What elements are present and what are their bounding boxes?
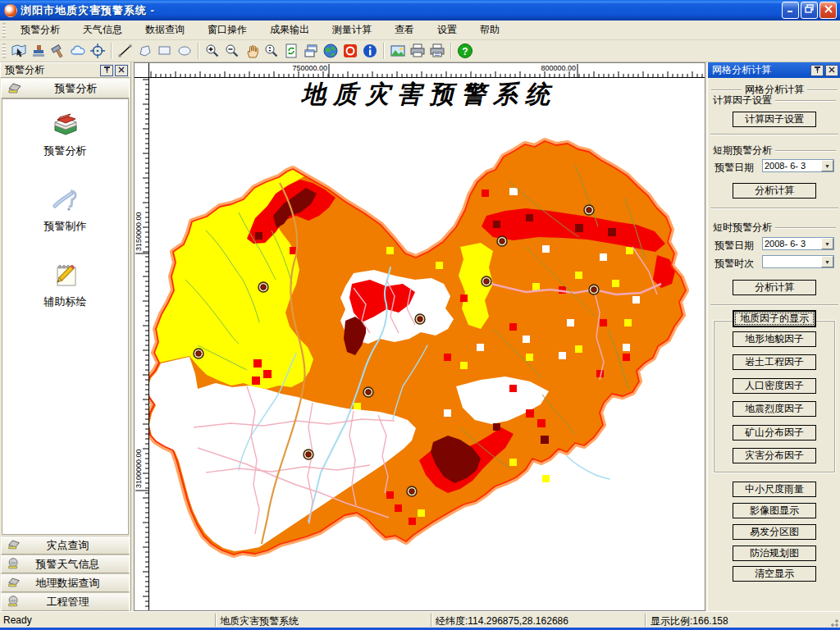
warning-produce-tool-icon <box>50 185 81 214</box>
left-panel-close-button[interactable] <box>115 65 128 76</box>
draw-polygon-icon[interactable] <box>135 41 155 61</box>
resize-grip[interactable] <box>829 617 838 627</box>
auxiliary-plot-notepad-icon <box>50 260 81 290</box>
toolbar: ? <box>0 40 840 62</box>
crosshair-icon[interactable] <box>88 41 107 61</box>
tool-warning-analysis[interactable]: 预警分析 <box>2 111 128 158</box>
close-button[interactable] <box>819 2 837 19</box>
svg-text:800000.00: 800000.00 <box>541 64 576 72</box>
image-display-button[interactable]: 影像图显示 <box>733 503 816 518</box>
geotech-factor-button[interactable]: 岩土工程因子 <box>733 354 816 370</box>
legend-short-time: 短时预警分析 <box>713 221 836 235</box>
short-time-period-combo[interactable]: ▼ <box>762 255 834 268</box>
menu-weather-info[interactable]: 天气信息 <box>71 21 134 39</box>
chevron-down-icon[interactable]: ▼ <box>821 256 833 267</box>
svg-text:3150000.00: 3150000.00 <box>135 212 143 251</box>
svg-text:?: ? <box>462 46 468 57</box>
chevron-down-icon[interactable]: ▼ <box>821 238 833 249</box>
toolbar-grip[interactable] <box>2 43 6 58</box>
seismic-factor-button[interactable]: 地震烈度因子 <box>733 401 816 417</box>
pan-hand-icon[interactable] <box>242 41 262 61</box>
stop-icon[interactable] <box>340 41 360 61</box>
draw-rectangle-icon[interactable] <box>155 41 175 61</box>
cascade-windows-icon[interactable] <box>301 41 321 61</box>
draw-ellipse-icon[interactable] <box>175 41 194 61</box>
print-preview-icon[interactable] <box>427 41 447 61</box>
info-icon[interactable] <box>360 41 380 61</box>
right-panel-pin-button[interactable] <box>810 65 824 76</box>
restore-button[interactable] <box>801 2 818 19</box>
warning-analysis-header-bar[interactable]: 预警分析 <box>1 79 130 98</box>
status-coordinates: 经纬度:114.296875,28.162686 <box>436 614 568 628</box>
warning-analysis-panel: 预警分析 预警分析 预警分析 预警制作 <box>0 62 131 611</box>
right-panel-titlebar: 网格分析计算 <box>708 62 840 78</box>
window-title: 浏阳市地质灾害预警系统 - <box>21 3 155 18</box>
minimize-button[interactable] <box>782 2 799 19</box>
map-select-icon[interactable] <box>9 41 29 61</box>
disaster-factor-button[interactable]: 灾害分布因子 <box>733 448 816 463</box>
menu-window-ops[interactable]: 窗口操作 <box>196 21 258 39</box>
mine-factor-button[interactable]: 矿山分布因子 <box>733 425 816 441</box>
right-panel-title: 网格分析计算 <box>712 63 809 77</box>
bar-geographic-data-query[interactable]: 地理数据查询 <box>1 573 130 592</box>
susceptibility-zone-button[interactable]: 易发分区图 <box>733 524 816 540</box>
svg-text:750000.00: 750000.00 <box>292 64 327 72</box>
tool-warning-produce[interactable]: 预警制作 <box>2 185 128 234</box>
zoom-in-icon[interactable] <box>203 41 222 61</box>
menu-warning-analysis[interactable]: 预警分析 <box>9 21 71 39</box>
print-icon[interactable] <box>408 41 427 61</box>
tool-auxiliary-plot[interactable]: 辅助标绘 <box>2 260 128 309</box>
menu-settings[interactable]: 设置 <box>426 21 468 39</box>
scanner-icon <box>7 538 21 553</box>
globe-icon[interactable] <box>321 41 340 61</box>
bar-label: 灾点查询 <box>21 538 114 553</box>
help-icon[interactable]: ? <box>455 41 475 61</box>
menu-help[interactable]: 帮助 <box>468 21 511 39</box>
map-title: 地质灾害预警系统 <box>300 80 557 107</box>
toolbar-separator <box>111 43 112 59</box>
ruler-horizontal: 750000.00800000.00 <box>149 63 705 78</box>
legend-image-icon[interactable] <box>388 41 408 61</box>
cloud-icon[interactable] <box>68 41 88 61</box>
population-factor-button[interactable]: 人口密度因子 <box>733 378 816 394</box>
map-canvas[interactable]: 地质灾害预警系统 <box>149 78 705 610</box>
map-view: 750000.00800000.00 3150000.003100000.00 <box>134 62 705 611</box>
draw-line-icon[interactable] <box>116 41 135 61</box>
short-time-date-combo[interactable]: 2008- 6- 3 ▼ <box>762 237 834 250</box>
bar-project-management[interactable]: 工程管理 <box>1 592 130 611</box>
factor-setting-button[interactable]: 计算因子设置 <box>733 112 816 127</box>
chevron-down-icon[interactable]: ▼ <box>821 160 833 171</box>
hammer-icon[interactable] <box>48 41 68 61</box>
toolbar-separator <box>198 43 199 59</box>
short-term-analyze-button[interactable]: 分析计算 <box>733 183 816 199</box>
short-time-analyze-button[interactable]: 分析计算 <box>733 280 816 295</box>
menu-data-query[interactable]: 数据查询 <box>134 21 196 39</box>
section-divider <box>710 304 838 306</box>
refresh-view-icon[interactable] <box>281 41 301 61</box>
rainfall-scale-button[interactable]: 中小尺度雨量 <box>733 482 816 497</box>
bar-disaster-point-query[interactable]: 灾点查询 <box>1 536 130 555</box>
zoom-out-icon[interactable] <box>222 41 242 61</box>
short-term-date-label: 预警日期 <box>714 161 754 175</box>
left-panel-pin-button[interactable] <box>100 65 113 76</box>
clear-display-button[interactable]: 清空显示 <box>733 566 816 582</box>
terrain-factor-button[interactable]: 地形地貌因子 <box>733 331 816 347</box>
bar-warning-weather-info[interactable]: 预警天气信息 <box>1 555 130 573</box>
menu-view[interactable]: 查看 <box>383 21 426 39</box>
short-time-period-label: 预警时次 <box>714 257 754 271</box>
menu-result-output[interactable]: 成果输出 <box>258 21 321 39</box>
menu-measure-calc[interactable]: 测量计算 <box>321 21 383 39</box>
close-icon <box>824 5 833 13</box>
warning-analysis-toolbox: 预警分析 预警制作 辅助标绘 <box>2 98 129 535</box>
right-panel-close-button[interactable] <box>825 65 838 76</box>
zoom-extent-icon[interactable] <box>262 41 281 61</box>
menubar-grip[interactable] <box>2 23 6 38</box>
restore-icon <box>805 4 814 13</box>
status-divider <box>215 614 217 627</box>
stamp-icon[interactable] <box>29 41 48 61</box>
status-display-scale: 显示比例:166.158 <box>651 614 728 628</box>
geological-factor-display-button[interactable]: 地质因子的显示 <box>733 310 816 327</box>
short-term-date-combo[interactable]: 2008- 6- 3 ▼ <box>762 159 834 172</box>
prevention-plan-button[interactable]: 防治规划图 <box>733 546 816 561</box>
bar-label: 工程管理 <box>21 595 114 609</box>
